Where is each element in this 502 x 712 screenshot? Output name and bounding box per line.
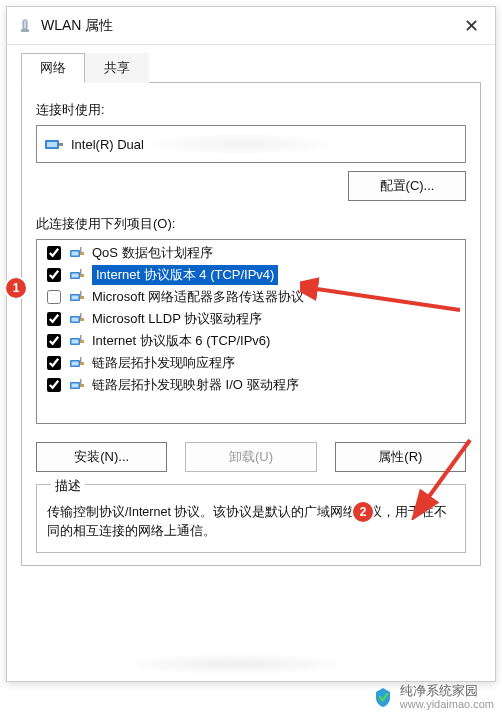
tab-strip: 网络 共享 — [7, 45, 495, 82]
protocol-icon — [70, 313, 86, 325]
redacted-smudge — [152, 134, 332, 154]
item-checkbox[interactable] — [47, 246, 61, 260]
item-checkbox[interactable] — [47, 290, 61, 304]
item-checkbox[interactable] — [47, 356, 61, 370]
svg-rect-30 — [72, 384, 79, 388]
items-label: 此连接使用下列项目(O): — [36, 215, 466, 233]
watermark-brand: 纯净系统家园 — [400, 684, 494, 698]
watermark: 纯净系统家园 www.yidaimao.com — [372, 684, 494, 710]
tab-sharing[interactable]: 共享 — [85, 53, 149, 83]
svg-rect-26 — [72, 362, 79, 366]
item-label: Microsoft 网络适配器多路传送器协议 — [92, 288, 304, 306]
titlebar: WLAN 属性 ✕ — [7, 7, 495, 45]
protocol-icon — [70, 379, 86, 391]
svg-rect-20 — [80, 313, 82, 319]
item-checkbox[interactable] — [47, 312, 61, 326]
protocol-icon — [70, 247, 86, 259]
close-button[interactable]: ✕ — [451, 8, 491, 44]
watermark-url: www.yidaimao.com — [400, 698, 494, 710]
adapter-icon — [45, 137, 63, 151]
properties-button[interactable]: 属性(R) — [335, 442, 466, 472]
tab-network[interactable]: 网络 — [21, 53, 85, 83]
item-checkbox[interactable] — [47, 378, 61, 392]
protocol-icon — [70, 335, 86, 347]
protocol-icon — [70, 269, 86, 281]
svg-rect-8 — [80, 247, 82, 253]
svg-rect-28 — [80, 357, 82, 363]
configure-button[interactable]: 配置(C)... — [348, 171, 466, 201]
uninstall-button: 卸载(U) — [185, 442, 316, 472]
svg-rect-3 — [47, 142, 57, 147]
item-label: Internet 协议版本 6 (TCP/IPv6) — [92, 332, 270, 350]
item-buttons: 安装(N)... 卸载(U) 属性(R) — [36, 442, 466, 472]
item-label: 链路层拓扑发现响应程序 — [92, 354, 235, 372]
svg-rect-24 — [80, 335, 82, 341]
properties-window: WLAN 属性 ✕ 网络 共享 连接时使用: Intel(R) Dual 配置(… — [6, 6, 496, 682]
description-heading: 描述 — [51, 477, 85, 495]
watermark-logo-icon — [372, 686, 394, 708]
adapter-box: Intel(R) Dual — [36, 125, 466, 163]
svg-rect-0 — [23, 20, 27, 29]
svg-rect-14 — [72, 296, 79, 300]
svg-rect-4 — [59, 143, 63, 146]
svg-rect-32 — [80, 379, 82, 385]
protocol-icon — [70, 357, 86, 369]
description-group: 描述 传输控制协议/Internet 协议。该协议是默认的广域网络协议，用于在不… — [36, 484, 466, 553]
window-title: WLAN 属性 — [41, 17, 451, 35]
list-item[interactable]: Internet 协议版本 4 (TCP/IPv4) — [39, 264, 463, 286]
list-item[interactable]: Internet 协议版本 6 (TCP/IPv6) — [39, 330, 463, 352]
connect-using-label: 连接时使用: — [36, 101, 466, 119]
item-label: QoS 数据包计划程序 — [92, 244, 213, 262]
tab-panel-network: 连接时使用: Intel(R) Dual 配置(C)... 此连接使用下列项目(… — [21, 82, 481, 566]
list-item[interactable]: 链路层拓扑发现响应程序 — [39, 352, 463, 374]
item-checkbox[interactable] — [47, 268, 61, 282]
list-item[interactable]: Microsoft 网络适配器多路传送器协议 — [39, 286, 463, 308]
install-button[interactable]: 安装(N)... — [36, 442, 167, 472]
svg-rect-12 — [80, 269, 82, 275]
svg-rect-10 — [72, 274, 79, 278]
connection-items-list[interactable]: QoS 数据包计划程序Internet 协议版本 4 (TCP/IPv4)Mic… — [36, 239, 466, 424]
list-item[interactable]: 链路层拓扑发现映射器 I/O 驱动程序 — [39, 374, 463, 396]
svg-rect-6 — [72, 252, 79, 256]
redacted-smudge — [137, 655, 337, 673]
svg-rect-16 — [80, 291, 82, 297]
item-label: Microsoft LLDP 协议驱动程序 — [92, 310, 262, 328]
svg-rect-22 — [72, 340, 79, 344]
wlan-icon — [17, 18, 33, 34]
svg-rect-1 — [21, 29, 29, 32]
item-label: Internet 协议版本 4 (TCP/IPv4) — [92, 265, 278, 285]
list-item[interactable]: Microsoft LLDP 协议驱动程序 — [39, 308, 463, 330]
svg-rect-18 — [72, 318, 79, 322]
description-text: 传输控制协议/Internet 协议。该协议是默认的广域网络协议，用于在不同的相… — [47, 503, 455, 542]
item-label: 链路层拓扑发现映射器 I/O 驱动程序 — [92, 376, 299, 394]
adapter-name: Intel(R) Dual — [71, 137, 144, 152]
item-checkbox[interactable] — [47, 334, 61, 348]
list-item[interactable]: QoS 数据包计划程序 — [39, 242, 463, 264]
protocol-icon — [70, 291, 86, 303]
